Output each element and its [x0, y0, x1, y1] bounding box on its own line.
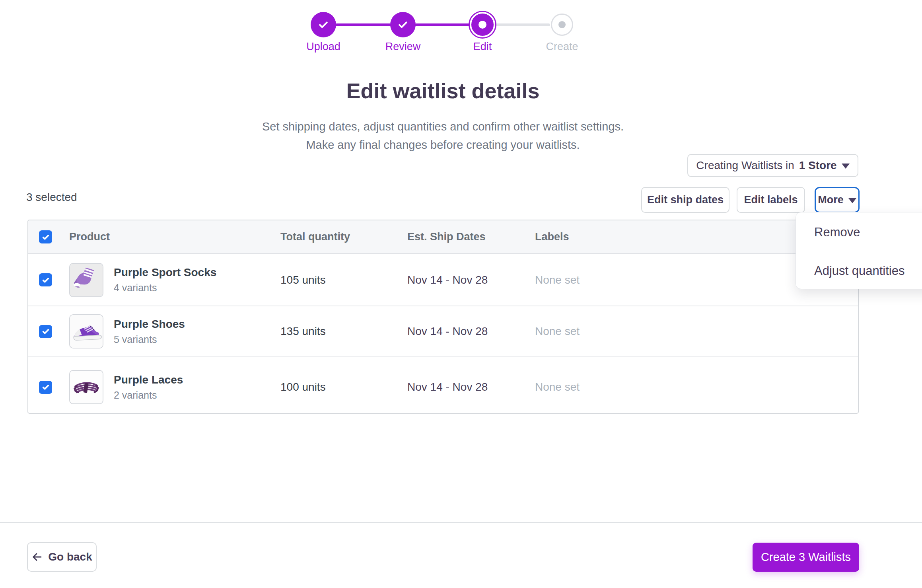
select-all-checkbox[interactable]: [39, 230, 52, 243]
check-icon: [41, 327, 50, 336]
product-name: Purple Shoes: [114, 318, 280, 331]
step-label-edit: Edit: [443, 41, 522, 53]
edit-ship-dates-button[interactable]: Edit ship dates: [641, 187, 729, 213]
page-subtitle-line2: Make any final changes before creating y…: [26, 138, 860, 152]
go-back-label: Go back: [48, 551, 92, 563]
edit-ship-dates-label: Edit ship dates: [647, 194, 724, 206]
product-image-purple-sneaker: [69, 314, 103, 349]
selected-count: 3 selected: [26, 191, 77, 204]
store-selector-prefix: Creating Waitlists in: [696, 159, 794, 172]
product-variants: 4 variants: [114, 282, 280, 294]
step-edit-circle[interactable]: [470, 12, 495, 37]
more-dropdown-menu: Remove Adjust quantities: [796, 212, 922, 289]
waitlist-table: Product Total quantity Est. Ship Dates L…: [27, 220, 859, 414]
total-quantity-cell: 100 units: [280, 381, 407, 393]
ship-dates-cell: Nov 14 - Nov 28: [407, 381, 535, 393]
product-image-purple-sock: [69, 263, 103, 297]
more-button[interactable]: More: [815, 187, 860, 213]
row-checkbox[interactable]: [39, 273, 52, 286]
column-header-product: Product: [69, 231, 280, 243]
labels-cell: None set: [535, 381, 858, 393]
step-label-review: Review: [363, 41, 443, 53]
row-checkbox[interactable]: [39, 325, 52, 338]
step-label-create: Create: [522, 41, 602, 53]
page-subtitle-line1: Set shipping dates, adjust quantities an…: [26, 120, 860, 133]
step-review-circle[interactable]: [390, 12, 416, 37]
product-name-cell: Purple Laces 2 variants: [114, 374, 280, 401]
table-row: Purple Shoes 5 variants 135 units Nov 14…: [28, 306, 858, 356]
wizard-stepper: Upload Review Edit Create: [292, 0, 594, 60]
product-variants: 2 variants: [114, 389, 280, 401]
edit-labels-label: Edit labels: [744, 194, 798, 206]
create-waitlists-label: Create 3 Waitlists: [761, 551, 851, 564]
table-row: Purple Sport Socks 4 variants 105 units …: [28, 254, 858, 306]
go-back-button[interactable]: Go back: [27, 542, 97, 572]
product-variants: 5 variants: [114, 334, 280, 345]
arrow-left-icon: [31, 551, 43, 563]
product-name-cell: Purple Shoes 5 variants: [114, 318, 280, 345]
table-row: Purple Laces 2 variants 100 units Nov 14…: [28, 356, 858, 415]
chevron-down-icon: [848, 198, 856, 203]
check-icon: [317, 19, 329, 31]
product-name: Purple Laces: [114, 374, 280, 386]
store-selector-value: 1 Store: [799, 159, 837, 172]
check-icon: [41, 383, 50, 391]
menu-item-adjust-quantities[interactable]: Adjust quantities: [796, 252, 922, 289]
more-label: More: [818, 194, 844, 206]
step-upload-circle[interactable]: [311, 12, 336, 37]
ship-dates-cell: Nov 14 - Nov 28: [407, 325, 535, 338]
footer-divider: [0, 522, 922, 523]
create-waitlists-button[interactable]: Create 3 Waitlists: [753, 543, 859, 572]
check-icon: [41, 233, 50, 241]
menu-item-remove[interactable]: Remove: [796, 212, 922, 252]
column-header-est-ship-dates: Est. Ship Dates: [407, 231, 535, 243]
step-label-upload: Upload: [284, 41, 363, 53]
check-icon: [397, 19, 409, 31]
sneaker-image: [70, 315, 103, 348]
labels-cell: None set: [535, 325, 858, 338]
sock-image: [70, 264, 103, 296]
page-title: Edit waitlist details: [26, 79, 860, 103]
product-image-purple-laces: [69, 370, 103, 404]
stepper-connector: [335, 23, 391, 26]
ship-dates-cell: Nov 14 - Nov 28: [407, 274, 535, 286]
total-quantity-cell: 105 units: [280, 274, 407, 286]
column-header-total-quantity: Total quantity: [280, 231, 407, 243]
product-name-cell: Purple Sport Socks 4 variants: [114, 266, 280, 294]
edit-labels-button[interactable]: Edit labels: [737, 187, 805, 213]
laces-image: [70, 371, 103, 403]
step-create-circle: [551, 14, 573, 36]
total-quantity-cell: 135 units: [280, 325, 407, 338]
stepper-connector: [415, 23, 471, 26]
store-selector-dropdown[interactable]: Creating Waitlists in 1 Store: [687, 154, 858, 177]
row-checkbox[interactable]: [39, 381, 52, 394]
check-icon: [41, 276, 50, 284]
table-header-row: Product Total quantity Est. Ship Dates L…: [28, 220, 858, 254]
stepper-connector: [494, 23, 550, 26]
chevron-down-icon: [842, 164, 850, 169]
product-name: Purple Sport Socks: [114, 266, 280, 279]
